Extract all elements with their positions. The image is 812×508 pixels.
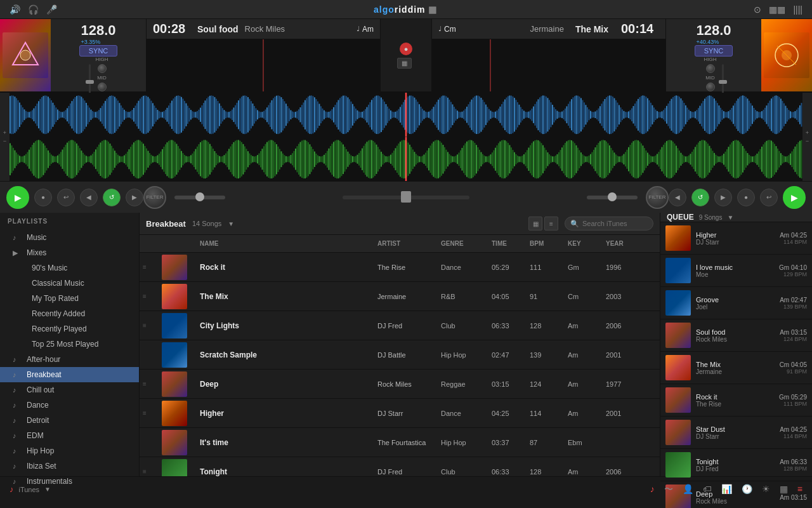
col-genre[interactable]: Genre	[441, 240, 492, 247]
sidebar-item-top25[interactable]: Top 25 Most Played	[0, 337, 139, 352]
table-row[interactable]: ≡ City Lights DJ Fred Club 06:33 128 Am …	[140, 311, 660, 340]
right-next-button[interactable]: ▶	[714, 189, 732, 206]
mic-icon[interactable]: 🎤	[46, 4, 57, 15]
right-mid-knob[interactable]	[706, 83, 715, 91]
crossfader[interactable]	[343, 196, 469, 199]
queue-item[interactable]: Tonight DJ Fred Am 06:33 128 BPM	[660, 449, 812, 481]
clock-icon[interactable]: 🕐	[742, 484, 752, 495]
left-filter-knob[interactable]: FILTER	[143, 186, 166, 209]
left-loop-button[interactable]: ↺	[103, 189, 121, 206]
grid-button[interactable]: ▦	[397, 58, 412, 69]
left-prev-button[interactable]: ◀	[80, 189, 98, 206]
col-name[interactable]: Name	[200, 240, 377, 247]
sun-icon[interactable]: ☀	[762, 484, 770, 495]
sidebar-item-recently-played[interactable]: Recently Played	[0, 321, 139, 337]
headphone-icon[interactable]: 🎧	[28, 4, 39, 15]
drag-handle[interactable]: ≡	[143, 322, 162, 329]
chart-icon[interactable]: 📊	[721, 484, 732, 495]
drag-handle[interactable]: ≡	[143, 410, 162, 417]
grid-icon[interactable]: ▦▦	[769, 4, 785, 15]
svg-rect-665	[249, 153, 251, 164]
svg-rect-741	[370, 140, 371, 178]
right-prev-button[interactable]: ◀	[669, 189, 686, 206]
sidebar-item-edm[interactable]: ♪ EDM	[0, 428, 139, 443]
col-bpm[interactable]: BPM	[530, 240, 568, 247]
queue-item[interactable]: Soul food Rock Miles Am 03:15 124 BPM	[660, 319, 812, 352]
right-high-knob[interactable]	[706, 64, 715, 73]
grid-bottom-icon[interactable]: ▦	[780, 484, 788, 495]
volume-icon[interactable]: 🔊	[10, 4, 20, 15]
sidebar-item-detroit[interactable]: ♪ Detroit	[0, 413, 139, 428]
queue-item[interactable]: I love music Moe Gm 04:10 129 BPM	[660, 255, 812, 287]
table-row[interactable]: It's time The Fourtastica Hip Hop 03:37 …	[140, 428, 660, 457]
left-play-button[interactable]: ▶	[6, 186, 29, 209]
left-next-button[interactable]: ▶	[126, 189, 143, 206]
search-box[interactable]: 🔍	[565, 217, 653, 231]
sidebar-item-dance[interactable]: ♪ Dance	[0, 398, 139, 413]
table-row[interactable]: Scratch Sample DJ Battle Hip Hop 02:47 1…	[140, 340, 660, 370]
sidebar-item-afterhour[interactable]: ♪ After-hour	[0, 352, 139, 367]
sidebar-item-top-rated[interactable]: My Top Rated	[0, 291, 139, 306]
right-filter-knob[interactable]: FILTER	[646, 186, 669, 209]
right-play-button[interactable]: ▶	[783, 186, 806, 209]
waveform-right-zoom-in[interactable]: +	[806, 130, 809, 136]
left-sync-button[interactable]: SYNC	[79, 45, 118, 57]
queue-item[interactable]: Rock it The Rise Gm 05:29 111 BPM	[660, 384, 812, 417]
left-mid-knob[interactable]	[98, 83, 107, 91]
left-high-knob[interactable]	[98, 64, 107, 73]
grid-view-button[interactable]: ▦	[528, 217, 542, 231]
queue-item[interactable]: The Mix Jermaine Cm 04:05 91 BPM	[660, 352, 812, 384]
record-button[interactable]: ●	[400, 43, 412, 55]
sort-dropdown[interactable]: ▼	[228, 220, 234, 227]
right-pitch-slider[interactable]	[587, 196, 638, 199]
wave-icon[interactable]: 〜	[664, 484, 673, 495]
right-rewind-button[interactable]: ↩	[760, 189, 778, 206]
sidebar-item-recently-added[interactable]: Recently Added	[0, 306, 139, 321]
left-rewind-button[interactable]: ↩	[57, 189, 75, 206]
sidebar-item-mixes[interactable]: ▶ Mixes	[0, 245, 139, 260]
col-artist[interactable]: Artist	[377, 240, 441, 247]
drag-handle[interactable]: ≡	[143, 468, 162, 475]
col-key[interactable]: Key	[568, 240, 606, 247]
sidebar-item-classical[interactable]: Classical Music	[0, 276, 139, 291]
left-cue-button[interactable]: ●	[34, 189, 52, 206]
table-row[interactable]: ≡ Deep Rock Miles Reggae 03:15 124 Am 19…	[140, 370, 660, 399]
queue-item[interactable]: Groove Joel Am 02:47 139 BPM	[660, 287, 812, 319]
left-pitch-slider[interactable]	[174, 196, 225, 199]
list-bottom-icon[interactable]: ≡	[797, 484, 802, 495]
right-loop-button[interactable]: ↺	[691, 189, 709, 206]
sidebar-item-ibizaset[interactable]: ♪ Ibiza Set	[0, 458, 139, 474]
right-sync-button[interactable]: SYNC	[695, 45, 733, 57]
drag-handle[interactable]: ≡	[143, 264, 162, 271]
waveform-zoom-out[interactable]: −	[3, 138, 6, 144]
queue-sort-dropdown[interactable]: ▼	[727, 214, 733, 221]
sidebar-item-breakbeat[interactable]: ♪ Breakbeat	[0, 367, 139, 382]
list-view-button[interactable]: ≡	[544, 217, 558, 231]
table-row[interactable]: ≡ The Mix Jermaine R&B 04:05 91 Cm 2003	[140, 282, 660, 311]
drag-handle[interactable]: ≡	[143, 293, 162, 300]
sidebar-item-chillout[interactable]: ♪ Chill out	[0, 382, 139, 398]
source-label[interactable]: iTunes	[19, 486, 40, 493]
table-row[interactable]: ≡ Rock it The Rise Dance 05:29 111 Gm 19…	[140, 253, 660, 282]
table-row[interactable]: ≡ Higher DJ Starr Dance 04:25 114 Am 200…	[140, 399, 660, 428]
tag-icon[interactable]: 🏷	[703, 484, 712, 495]
sidebar-item-hiphop[interactable]: ♪ Hip Hop	[0, 443, 139, 458]
bars-icon[interactable]: ||||	[793, 4, 802, 15]
queue-item[interactable]: Higher DJ Starr Am 04:25 114 BPM	[660, 222, 812, 255]
circle-icon[interactable]: ⊙	[754, 4, 761, 15]
sidebar-item-90s[interactable]: 90's Music	[0, 260, 139, 276]
svg-rect-60	[86, 103, 87, 127]
drag-handle[interactable]: ≡	[143, 380, 162, 387]
source-dropdown[interactable]: ▼	[44, 486, 51, 493]
person-icon[interactable]: 👤	[683, 484, 693, 495]
col-time[interactable]: Time	[492, 240, 530, 247]
music-note-icon[interactable]: ♪	[650, 484, 655, 495]
right-cue-button[interactable]: ●	[737, 189, 755, 206]
waveform-zoom-in[interactable]: +	[3, 130, 6, 136]
col-year[interactable]: Year	[606, 240, 657, 247]
sidebar-item-music[interactable]: ♪ Music	[0, 230, 139, 245]
table-row[interactable]: ≡ Tonight DJ Fred Club 06:33 128 Am 2006	[140, 457, 660, 476]
search-input[interactable]	[582, 220, 670, 227]
waveform-right-zoom-out[interactable]: −	[806, 138, 809, 144]
queue-item[interactable]: Star Dust DJ Starr Am 04:25 114 BPM	[660, 417, 812, 449]
